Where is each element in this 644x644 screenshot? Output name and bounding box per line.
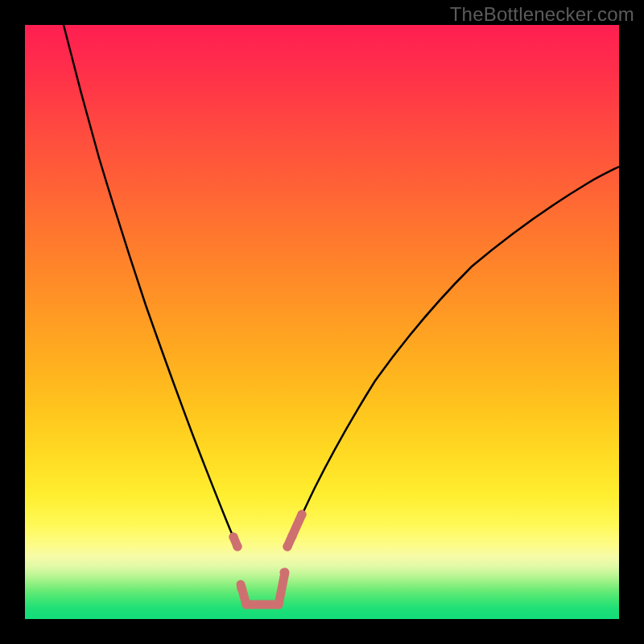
marker-dot xyxy=(237,584,246,592)
chart-frame: TheBottlenecker.com xyxy=(0,0,644,644)
plot-area xyxy=(25,25,619,619)
marker-dot xyxy=(297,510,306,518)
marker-dot xyxy=(274,598,283,607)
watermark-text: TheBottlenecker.com xyxy=(450,3,634,26)
marker-dot xyxy=(229,532,237,541)
chart-svg xyxy=(25,25,619,619)
marker-dot xyxy=(242,598,250,607)
valley-right-salmon xyxy=(287,514,302,547)
marker-dot xyxy=(283,542,291,551)
marker-dot xyxy=(287,531,296,540)
marker-dot xyxy=(233,542,242,551)
marker-dot xyxy=(279,568,288,576)
right-curve xyxy=(287,167,619,547)
left-curve xyxy=(64,25,237,547)
